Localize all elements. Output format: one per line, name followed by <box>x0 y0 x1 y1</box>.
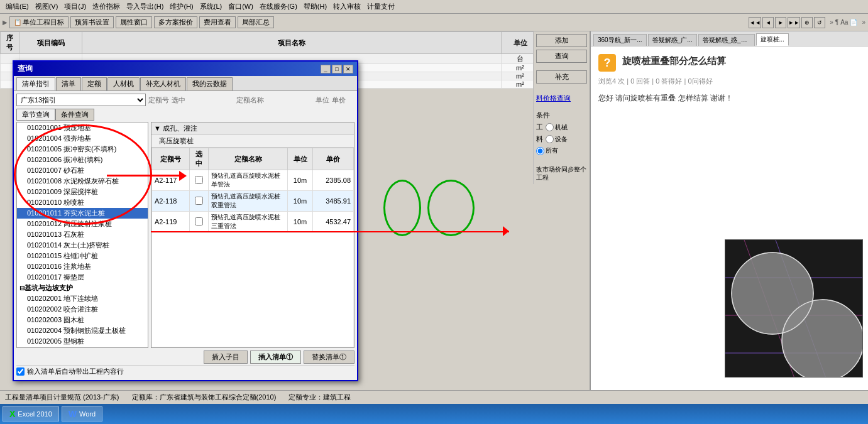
quota-row-0[interactable]: A2-117 预钻孔道高压旋喷水泥桩 单管法 10m 2385.08 <box>152 170 354 191</box>
tab-supplement[interactable]: 补充人材机 <box>140 77 186 90</box>
material-query-link[interactable]: 料价格查询 <box>536 94 587 103</box>
supplement-button[interactable]: 补充 <box>536 70 587 84</box>
browser-tab-3[interactable]: 答疑解惑_惑_广... <box>698 34 755 46</box>
tree-item-010201016[interactable]: 010201016 注浆地基 <box>17 261 148 272</box>
tree-item-010201011[interactable]: 010201011 夯实水泥土桩 <box>17 208 148 219</box>
all-label: 所有 <box>546 146 558 155</box>
menu-review[interactable]: 转入审核 <box>330 2 364 11</box>
menu-import[interactable]: 导入导出(H) <box>123 2 167 11</box>
browser-content-area: ? 旋喷桩重叠部分怎么结算 浏览4 次 | 0 回答 | 0 答得好 | 0问得… <box>591 46 868 390</box>
tree-item-010201005[interactable]: 010201005 振冲密实(不填料) <box>17 144 148 155</box>
sync-label: 改市场价同步整个工程 <box>536 165 587 182</box>
col-quota-name: 定额名称 <box>209 148 288 170</box>
dialog-tabs: 清单指引 清单 定额 人材机 补充人材机 我的云数据 <box>14 76 357 91</box>
red-arrow-right <box>503 226 509 236</box>
quota-name-0: 预钻孔道高压旋喷水泥桩 单管法 <box>209 170 288 191</box>
quota-check-2[interactable] <box>190 212 209 232</box>
question-title: 旋喷桩重叠部分怎么结算 <box>622 54 726 67</box>
tree-item-group_2[interactable]: ⊟ 基坑与边坡支护 <box>17 283 148 293</box>
tree-item-010201007[interactable]: 010201007 砂石桩 <box>17 165 148 176</box>
nav-refresh[interactable]: ↺ <box>814 17 825 28</box>
quota-row-1[interactable]: A2-118 预钻孔道高压旋喷水泥桩 双重管法 10m 3485.91 <box>152 191 354 212</box>
quota-check-1[interactable] <box>190 191 209 212</box>
dialog-close-btn[interactable]: ✕ <box>343 65 353 73</box>
tree-item-010202003[interactable]: 010202003 圆木桩 <box>17 315 148 325</box>
dialog-titlebar: 查询 _ □ ✕ <box>14 62 357 76</box>
menu-quota[interactable]: 造价指标 <box>89 2 123 11</box>
machinery-radio[interactable] <box>546 123 554 131</box>
browser-tab-2[interactable]: 答疑解惑_广... <box>648 34 697 46</box>
menu-window[interactable]: 窗口(W) <box>225 2 256 11</box>
section-query-tab[interactable]: 章节查询 <box>16 109 55 121</box>
partial-summary-btn[interactable]: 局部汇总 <box>238 16 274 28</box>
nav-first[interactable]: ◄◄ <box>749 17 761 28</box>
right-browser-panel: 360导航_新一... 答疑解惑_广... 答疑解惑_惑_广... 旋喷桩...… <box>591 31 868 390</box>
nav-prev[interactable]: ◄ <box>762 17 774 28</box>
col-code: 项目编码 <box>19 32 82 54</box>
nav-next[interactable]: ► <box>775 17 786 28</box>
unit-project-btn[interactable]: 📋 单位工程目标 <box>9 16 69 28</box>
menu-system[interactable]: 系统(L) <box>197 2 225 11</box>
equipment-radio[interactable] <box>546 135 554 143</box>
dialog-action-row: 插入子目 插入清单① 替换清单① <box>16 351 354 364</box>
nav-last[interactable]: ►► <box>788 17 800 28</box>
tree-item-010201013[interactable]: 010201013 石灰桩 <box>17 229 148 240</box>
province-select[interactable]: 广东13指引 <box>16 94 146 106</box>
all-radio[interactable] <box>536 147 544 155</box>
taskbar-excel[interactable]: X Excel 2010 <box>3 406 59 421</box>
tab-list[interactable]: 清单 <box>56 77 81 90</box>
tree-panel: 010201001 预压地基010201004 强夯地基010201005 振冲… <box>16 122 148 348</box>
tree-item-010201008[interactable]: 010201008 水泥粉煤灰碎石桩 <box>17 176 148 187</box>
quota-row-2[interactable]: A2-119 预钻孔道高压旋喷水泥桩 三重管法 10m 4532.47 <box>152 212 354 232</box>
menu-payment[interactable]: 计量支付 <box>364 2 398 11</box>
tab-quota[interactable]: 定额 <box>82 77 107 90</box>
tree-item-010202001[interactable]: 010202001 地下连续墙 <box>17 293 148 304</box>
menu-online[interactable]: 在线服务(G) <box>256 2 300 11</box>
query-dialog: 查询 _ □ ✕ 清单指引 清单 定额 人材机 补充人材机 我的云数据 <box>13 60 358 381</box>
tree-item-010202002[interactable]: 010202002 咬合灌注桩 <box>17 304 148 315</box>
condition-query-tab[interactable]: 条件查询 <box>55 109 94 121</box>
tab-cloud[interactable]: 我的云数据 <box>187 77 233 90</box>
tree-item-010201015[interactable]: 010201015 柱锤冲扩桩 <box>17 251 148 261</box>
insert-sub-btn[interactable]: 插入子目 <box>204 351 248 364</box>
menu-project[interactable]: 项目(J) <box>61 2 89 11</box>
tree-item-010201006[interactable]: 010201006 振冲桩(填料) <box>17 155 148 165</box>
col-name: 项目名称 <box>82 32 502 54</box>
add-button[interactable]: 添加 <box>536 34 587 47</box>
browser-tab-active[interactable]: 旋喷桩... <box>756 33 789 46</box>
quota-group-name: 高压旋喷桩 <box>159 137 194 144</box>
tab-list-guide[interactable]: 清单指引 <box>16 77 55 90</box>
tree-item-010201001[interactable]: 010201001 预压地基 <box>17 122 148 133</box>
multi-plan-btn[interactable]: 多方案报价 <box>154 16 197 28</box>
tree-item-010201012[interactable]: 010201012 高压旋射注浆桩 <box>17 219 148 229</box>
menu-maintain[interactable]: 维护(H) <box>167 2 196 11</box>
query-button[interactable]: 查询 <box>536 50 587 63</box>
menu-view[interactable]: 视图(V) <box>32 2 62 11</box>
bottom-checkbox-row: 输入清单后自动带出工程内容行 <box>16 365 354 378</box>
labor-label: 工 <box>536 122 543 132</box>
tree-item-010202005[interactable]: 010202005 型钢桩 <box>17 336 148 347</box>
tab-manmat[interactable]: 人材机 <box>107 77 140 90</box>
dialog-max-btn[interactable]: □ <box>332 65 342 73</box>
taskbar-word[interactable]: W Word <box>62 406 102 421</box>
auto-content-checkbox[interactable] <box>16 367 25 376</box>
cost-view-btn[interactable]: 费用查看 <box>199 16 236 28</box>
tree-item-010202004[interactable]: 010202004 预制钢筋混凝土板桩 <box>17 325 148 336</box>
quota-section-header: ▼ 成孔、灌注 <box>151 122 354 135</box>
menu-edit[interactable]: 编辑(E) <box>3 2 32 11</box>
property-window-btn[interactable]: 属性窗口 <box>116 16 152 28</box>
menu-help[interactable]: 帮助(H) <box>300 2 330 11</box>
insert-list-btn[interactable]: 插入清单① <box>250 351 301 364</box>
tree-item-010201010[interactable]: 010201010 粉喷桩 <box>17 197 148 208</box>
tree-item-010201004[interactable]: 010201004 强夯地基 <box>17 133 148 144</box>
budget-setup-btn[interactable]: 预算书设置 <box>70 16 114 28</box>
replace-list-btn[interactable]: 替换清单① <box>304 351 354 364</box>
tree-item-010201017[interactable]: 010201017 褥垫层 <box>17 272 148 283</box>
nav-add[interactable]: ⊕ <box>801 17 813 28</box>
tree-item-010202006[interactable]: 010202006 钢板桩 <box>17 347 148 348</box>
tree-item-010201014[interactable]: 010201014 灰土(土)挤密桩 <box>17 240 148 251</box>
quota-check-0[interactable] <box>190 170 209 191</box>
dialog-min-btn[interactable]: _ <box>321 65 331 73</box>
browser-tab-1[interactable]: 360导航_新一... <box>593 34 647 46</box>
tree-item-010201009[interactable]: 010201009 深层搅拌桩 <box>17 187 148 197</box>
